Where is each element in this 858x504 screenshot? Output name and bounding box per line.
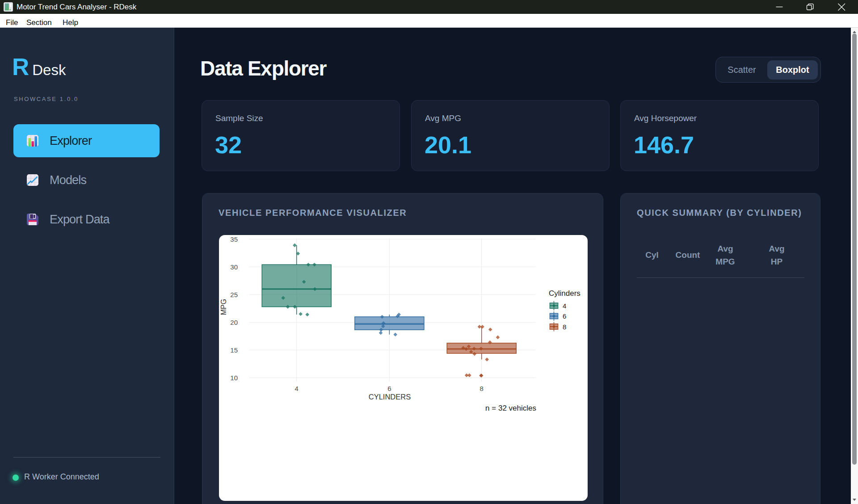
svg-text:MPG: MPG [220,299,227,315]
svg-text:25: 25 [230,291,238,298]
svg-text:10: 10 [230,374,238,382]
svg-text:Cylinders: Cylinders [549,289,580,298]
svg-text:6: 6 [387,385,391,392]
svg-text:4: 4 [295,385,299,392]
svg-text:15: 15 [230,346,238,354]
svg-text:8: 8 [480,385,484,392]
svg-text:30: 30 [230,263,238,271]
svg-text:n = 32 vehicles: n = 32 vehicles [485,404,536,412]
svg-text:4: 4 [563,302,566,310]
svg-text:8: 8 [563,323,566,331]
svg-text:CYLINDERS: CYLINDERS [369,393,411,401]
svg-text:35: 35 [230,235,238,243]
svg-text:20: 20 [230,319,238,326]
svg-text:6: 6 [563,312,566,320]
